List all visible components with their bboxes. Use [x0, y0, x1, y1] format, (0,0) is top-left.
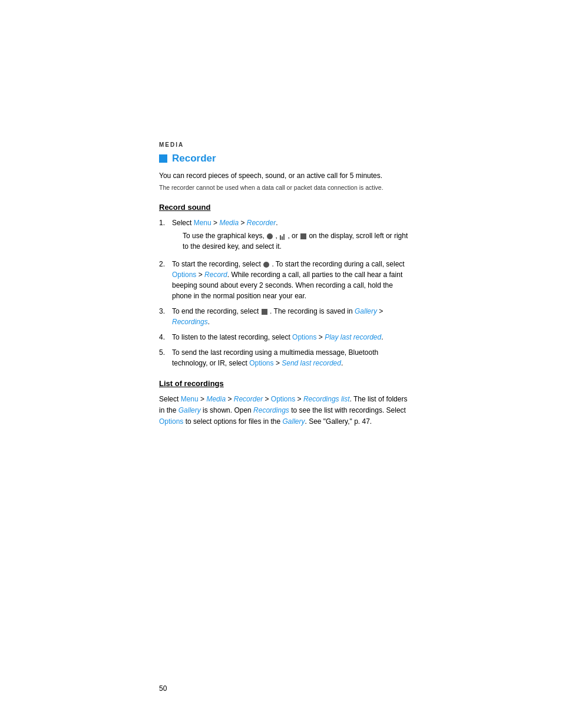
stop-icon-3: [262, 309, 267, 315]
list-of-recordings-title: List of recordings: [159, 379, 412, 388]
send-last-link: Send last recorded: [282, 359, 341, 367]
page-number: 50: [159, 684, 167, 693]
page: Media Recorder You can record pieces of …: [0, 0, 562, 728]
media-link-lor: Media: [206, 395, 226, 403]
record-circle-icon-2: [263, 262, 269, 268]
options-link-lor: Options: [271, 395, 295, 403]
recorder-icon: [159, 154, 167, 163]
record-circle-icon: [267, 233, 273, 239]
options-link-5: Options: [249, 359, 273, 367]
step-3-content: To end the recording, select . The recor…: [172, 306, 412, 327]
stop-square-icon: [300, 233, 306, 239]
options-link-4: Options: [292, 333, 316, 341]
recordings-link-3: Recordings: [172, 318, 208, 326]
play-last-link: Play last recorded: [325, 333, 381, 341]
record-link-2: Record: [204, 271, 227, 279]
step-1: 1. Select Menu > Media > Recorder. To us…: [159, 218, 412, 254]
menu-link-lor: Menu: [181, 395, 199, 403]
menu-link-1: Menu: [194, 219, 211, 227]
recordings-link-lor: Recordings: [253, 406, 289, 414]
step-3-num: 3.: [159, 306, 170, 317]
step-4-content: To listen to the latest recording, selec…: [172, 332, 412, 342]
gallery-link-3: Gallery: [355, 307, 377, 315]
list-of-recordings-para: Select Menu > Media > Recorder > Options…: [159, 394, 412, 428]
step-2-num: 2.: [159, 259, 170, 269]
step-1-num: 1.: [159, 218, 170, 228]
record-sound-title: Record sound: [159, 203, 412, 212]
section-label: Media: [159, 141, 412, 148]
record-sound-section: Record sound 1. Select Menu > Media > Re…: [159, 203, 412, 368]
intro-text: You can record pieces of speech, sound, …: [159, 170, 412, 181]
recordings-list-link: Recordings list: [303, 395, 350, 403]
step-5-num: 5.: [159, 347, 170, 358]
step-3: 3. To end the recording, select . The re…: [159, 306, 412, 327]
step-4-num: 4.: [159, 332, 170, 342]
step-2: 2. To start the recording, select . To s…: [159, 259, 412, 301]
step-5: 5. To send the last recording using a mu…: [159, 347, 412, 368]
recorder-title-row: Recorder: [159, 153, 412, 164]
step-1-text: Select Menu > Media > Recorder.: [172, 219, 277, 227]
gallery-link-lor2: Gallery: [282, 417, 305, 426]
recorder-link-lor: Recorder: [234, 395, 263, 403]
recorder-heading: Recorder: [172, 153, 216, 164]
step-2-content: To start the recording, select . To star…: [172, 259, 412, 301]
options-link-lor2: Options: [159, 417, 183, 426]
record-sound-steps: 1. Select Menu > Media > Recorder. To us…: [159, 218, 412, 368]
step-1-content: Select Menu > Media > Recorder. To use t…: [172, 218, 412, 254]
media-link-1: Media: [219, 219, 239, 227]
step-1-sub: To use the graphical keys, , , or on the…: [183, 230, 412, 252]
recorder-note: The recorder cannot be used when a data …: [159, 183, 412, 192]
recorder-link-1: Recorder: [247, 219, 276, 227]
options-link-2: Options: [172, 271, 196, 279]
gallery-link-lor1: Gallery: [178, 406, 201, 414]
step-4: 4. To listen to the latest recording, se…: [159, 332, 412, 342]
list-of-recordings-section: List of recordings Select Menu > Media >…: [159, 379, 412, 428]
content-area: Media Recorder You can record pieces of …: [159, 141, 412, 427]
step-5-content: To send the last recording using a multi…: [172, 347, 412, 368]
bars-icon: [280, 233, 285, 240]
